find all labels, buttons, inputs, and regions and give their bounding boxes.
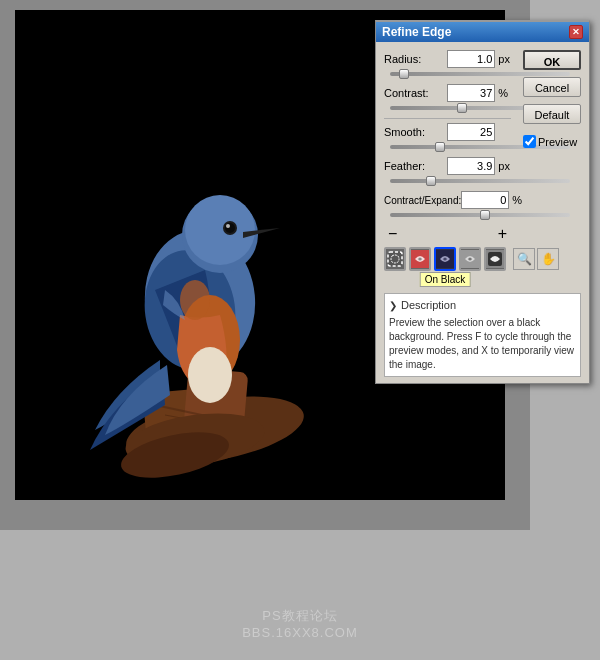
contrast-unit: %: [498, 87, 511, 99]
contract-expand-slider-row: [384, 213, 511, 217]
radius-slider-thumb[interactable]: [399, 69, 409, 79]
svg-point-11: [188, 347, 232, 403]
contract-expand-label: Contract/Expand:: [384, 195, 461, 206]
contrast-label: Contrast:: [384, 87, 447, 99]
refine-edge-dialog: Refine Edge ✕ Radius: px C: [375, 20, 590, 384]
contrast-input[interactable]: [447, 84, 495, 102]
dialog-titlebar: Refine Edge ✕: [376, 22, 589, 42]
close-button[interactable]: ✕: [569, 25, 583, 39]
preview-label[interactable]: Preview: [523, 135, 581, 148]
description-section: ❯ Description Preview the selection over…: [384, 293, 581, 377]
radius-slider-row: [384, 72, 511, 76]
feather-input[interactable]: [447, 157, 495, 175]
minus-plus-row: − +: [384, 225, 511, 243]
preview-mode-on-red[interactable]: [409, 247, 431, 271]
plus-icon[interactable]: +: [498, 225, 507, 243]
radius-input[interactable]: [447, 50, 495, 68]
svg-point-13: [185, 195, 255, 265]
ok-button[interactable]: OK: [523, 50, 581, 70]
contract-expand-slider-track[interactable]: [390, 213, 570, 217]
description-title: Description: [401, 298, 456, 313]
zoom-tool[interactable]: 🔍: [513, 248, 535, 270]
watermark: PS教程论坛 BBS.16XX8.COM: [242, 607, 358, 640]
preview-text: Preview: [538, 136, 577, 148]
on-black-tooltip: On Black: [420, 272, 471, 287]
feather-label: Feather:: [384, 160, 447, 172]
radius-label: Radius:: [384, 53, 447, 65]
dialog-content: Radius: px Contrast: %: [376, 42, 589, 383]
radius-row: Radius: px: [384, 50, 511, 68]
smooth-row: Smooth:: [384, 123, 511, 141]
contrast-row: Contrast: %: [384, 84, 511, 102]
watermark-line1: PS教程论坛: [242, 607, 358, 625]
feather-slider-track[interactable]: [390, 179, 570, 183]
minus-icon[interactable]: −: [388, 225, 397, 243]
feather-unit: px: [498, 160, 511, 172]
contrast-slider-row: [384, 106, 511, 110]
hand-tool[interactable]: ✋: [537, 248, 559, 270]
svg-rect-18: [388, 252, 402, 266]
smooth-input[interactable]: [447, 123, 495, 141]
feather-slider-thumb[interactable]: [426, 176, 436, 186]
svg-point-17: [180, 280, 210, 320]
preview-mode-marching-ants[interactable]: [384, 247, 406, 271]
description-header[interactable]: ❯ Description: [389, 298, 576, 313]
preview-checkbox[interactable]: [523, 135, 536, 148]
right-buttons: OK Cancel Default Preview: [523, 50, 581, 148]
watermark-line2: BBS.16XX8.COM: [242, 625, 358, 640]
contract-expand-slider-thumb[interactable]: [480, 210, 490, 220]
default-button[interactable]: Default: [523, 104, 581, 124]
cancel-button[interactable]: Cancel: [523, 77, 581, 97]
feather-slider-row: [384, 179, 511, 183]
contrast-slider-thumb[interactable]: [457, 103, 467, 113]
description-text: Preview the selection over a black backg…: [389, 316, 576, 372]
smooth-slider-row: [384, 145, 511, 149]
preview-mode-on-black[interactable]: On Black: [434, 247, 456, 271]
chevron-icon: ❯: [389, 299, 397, 313]
preview-modes-row: On Black: [384, 247, 511, 271]
dialog-title: Refine Edge: [382, 25, 451, 39]
contract-expand-row: Contract/Expand: %: [384, 191, 511, 209]
tool-buttons: 🔍 ✋: [513, 248, 559, 270]
preview-mode-mask[interactable]: [484, 247, 506, 271]
preview-mode-on-white[interactable]: [459, 247, 481, 271]
svg-point-15: [225, 223, 235, 233]
contract-expand-input[interactable]: [461, 191, 509, 209]
feather-row: Feather: px: [384, 157, 511, 175]
radius-unit: px: [498, 53, 511, 65]
smooth-label: Smooth:: [384, 126, 447, 138]
svg-point-16: [226, 224, 230, 228]
smooth-slider-thumb[interactable]: [435, 142, 445, 152]
fields-area: Radius: px Contrast: %: [384, 50, 511, 271]
contract-expand-unit: %: [512, 194, 522, 206]
preview-checkbox-row: Preview: [523, 135, 581, 148]
